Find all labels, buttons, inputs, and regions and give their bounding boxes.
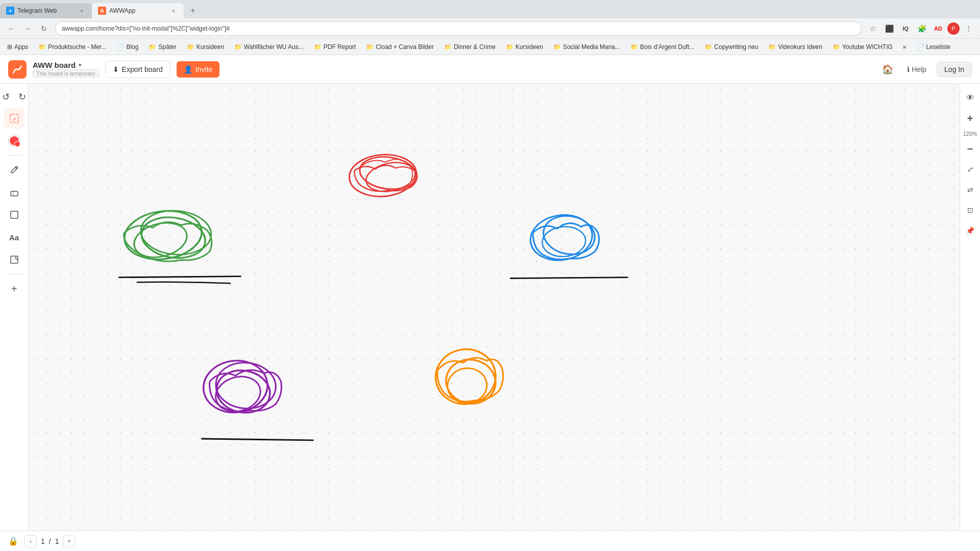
visibility-button[interactable]: 👁 [962,90,978,106]
svg-line-15 [510,278,627,279]
redo-button[interactable]: ↻ [15,90,30,104]
canvas-drawings [29,84,960,531]
select-tool[interactable] [4,108,24,129]
svg-point-6 [363,159,418,196]
screenshot-icon[interactable]: ⬛ [882,21,896,36]
adblock-icon[interactable]: AD [931,21,945,36]
app-header: AWW board ▾ This board is temporary ⬇ Ex… [0,55,980,84]
bookmark-dinner[interactable]: 📁 Dinner & Crime [441,42,499,52]
tab-telegram[interactable]: ✈ Telegram Web × [0,3,92,18]
zoom-in-button[interactable]: + [962,110,978,127]
forward-button[interactable]: → [20,21,35,36]
tab-awwapp[interactable]: A AWWApp × [92,3,184,18]
app-container: AWW board ▾ This board is temporary ⬇ Ex… [0,55,980,551]
color-tool[interactable] [4,131,24,151]
home-button[interactable]: 🏠 [878,60,897,79]
shape-tool[interactable] [4,205,24,225]
bookmark-pdf[interactable]: 📁 PDF Report [311,42,359,52]
sticky-note-tool[interactable] [4,249,24,270]
star-icon[interactable]: ☆ [866,21,880,36]
export-board-button[interactable]: ⬇ Export board [105,61,170,78]
eraser-tool[interactable] [4,182,24,203]
bookmark-leseliste-icon: 📄 [917,43,924,51]
page-current: 1 [41,537,45,545]
svg-line-20 [202,439,313,440]
svg-point-21 [430,344,501,409]
bookmark-produktsuche-icon: 📁 [38,43,46,51]
blue-drawing [510,210,627,278]
bottom-bar: 🔒 ‹ 1 / 1 + [0,531,980,551]
help-icon: ℹ [907,65,910,73]
bookmark-kursideen1-icon: 📁 [187,43,194,51]
bookmark-apps[interactable]: ⊞ Apps [4,42,31,52]
svg-point-4 [348,152,419,199]
grid-button[interactable]: ⊡ [962,202,978,218]
tab-bar: ✈ Telegram Web × A AWWApp × + [0,0,980,18]
text-tool[interactable]: Aa [4,227,24,247]
tab-telegram-close[interactable]: × [78,7,86,15]
bookmark-kursideen2[interactable]: 📁 Kursideen [503,42,546,52]
invite-icon: 👤 [184,65,192,73]
bookmark-copywriting[interactable]: 📁 Copywriting neu [701,42,761,52]
invite-button[interactable]: 👤 Invite [177,61,219,78]
bookmark-kursideen1-label: Kursideen [197,43,224,51]
left-toolbar: ↺ ↻ [0,84,29,531]
svg-point-5 [358,154,419,193]
help-button[interactable]: ℹ Help [901,62,933,77]
refresh-button[interactable]: ↻ [37,21,51,36]
bookmark-kursideen1[interactable]: 📁 Kursideen [184,42,227,52]
bookmark-more[interactable]: » [900,42,910,52]
add-tool[interactable]: + [4,279,24,299]
iq-icon[interactable]: IQ [898,21,913,36]
pin-button[interactable]: 📌 [962,222,978,239]
menu-icon[interactable]: ⋮ [962,21,976,36]
bookmark-produktsuche[interactable]: 📁 Produktsuche - Mer... [35,42,109,52]
address-bar[interactable]: awwapp.com/home?dis=["no-init-modal"]%2C… [55,21,862,36]
bookmark-cload-icon: 📁 [366,43,374,51]
bookmark-videokurs-label: Videokurs Ideen [778,43,822,51]
app-logo [8,60,27,79]
tab-awwapp-close[interactable]: × [169,7,178,15]
board-name-chevron: ▾ [79,62,81,68]
page-separator: / [49,537,51,545]
svg-line-11 [119,277,240,278]
bookmark-socialmedia[interactable]: 📁 Social Media Mana... [550,42,623,52]
canvas-area[interactable] [29,84,960,531]
address-text: awwapp.com/home?dis=["no-init-modal"]%2C… [62,25,230,32]
undo-button[interactable]: ↺ [0,90,13,104]
bookmark-wahlfaecher-label: Wahlfächer WU Aus... [244,43,304,51]
prev-page-button[interactable]: ‹ [24,535,37,547]
bookmark-wahlfaecher-icon: 📁 [234,43,242,51]
next-page-button[interactable]: + [63,535,75,547]
bookmark-pdf-icon: 📁 [314,43,322,51]
bookmark-bois[interactable]: 📁 Bois d'Argent Duft... [627,42,697,52]
bookmark-leseliste[interactable]: 📄 Leseliste [914,42,953,52]
bookmark-spaeter[interactable]: 📁 Später [145,42,179,52]
profile-icon[interactable]: P [947,22,960,35]
bookmark-cload[interactable]: 📁 Cload + Canva Bilder [363,42,437,52]
login-button[interactable]: Log In [937,62,972,77]
svg-point-14 [541,225,587,258]
back-button[interactable]: ← [4,21,18,36]
tab-telegram-favicon: ✈ [6,7,14,15]
bookmark-videokurs[interactable]: 📁 Videokurs Ideen [765,42,825,52]
main-area: ↺ ↻ [0,84,980,531]
extension-icon[interactable]: 🧩 [915,21,929,36]
header-right: 🏠 ℹ Help Log In [878,60,972,79]
zoom-out-button[interactable]: − [962,141,978,157]
bookmark-wahlfaecher[interactable]: 📁 Wahlfächer WU Aus... [231,42,307,52]
bookmark-youtube[interactable]: 📁 Youtube WICHTIG [829,42,896,52]
bookmark-blog[interactable]: 📄 Blog [113,42,141,52]
svg-point-16 [200,357,271,416]
export-icon: ⬇ [113,65,119,73]
svg-point-13 [540,212,598,259]
fit-button[interactable]: ⇄ [962,182,978,198]
lock-icon: 🔒 [8,536,18,546]
board-name-dropdown[interactable]: AWW board ▾ [33,61,99,69]
tab-awwapp-title: AWWApp [109,7,166,14]
pen-tool[interactable] [4,160,24,180]
bookmark-spaeter-label: Später [158,43,176,51]
fullscreen-button[interactable]: ⤢ [962,161,978,178]
page-navigation: ‹ 1 / 1 + [24,535,75,547]
new-tab-button[interactable]: + [186,4,200,18]
